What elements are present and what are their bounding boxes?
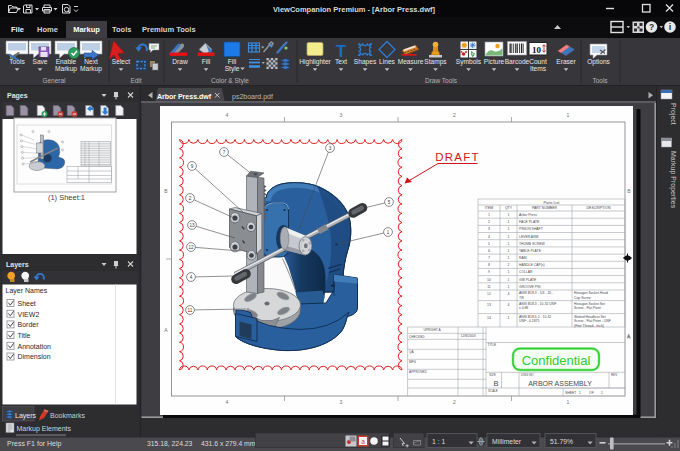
svg-text:4: 4: [190, 275, 193, 280]
svg-text:11: 11: [487, 285, 491, 289]
svg-text:12/8/2003: 12/8/2003: [461, 334, 476, 338]
svg-text:Title: Title: [18, 332, 31, 339]
svg-text:2: 2: [508, 263, 510, 267]
svg-text:Symbols: Symbols: [456, 58, 482, 66]
svg-text:7/8: 7/8: [519, 296, 524, 300]
svg-text:1: 1: [508, 227, 510, 231]
svg-text:Tools: Tools: [592, 77, 608, 84]
svg-text:Lines: Lines: [379, 58, 395, 65]
svg-text:Text: Text: [335, 58, 347, 65]
svg-text:ITEM: ITEM: [485, 206, 493, 210]
svg-text:Border: Border: [18, 321, 40, 328]
svg-text:10: 10: [487, 278, 491, 282]
svg-text:1: 1: [508, 242, 510, 246]
svg-text:3: 3: [340, 112, 343, 118]
svg-text:Items: Items: [530, 65, 547, 72]
svg-text:SCALE: SCALE: [488, 389, 498, 393]
svg-text:ANSI B18.6.2 - 10-32: ANSI B18.6.2 - 10-32: [519, 315, 551, 319]
svg-text:14: 14: [487, 316, 491, 320]
svg-text:Measure: Measure: [398, 58, 424, 65]
svg-text:QTY: QTY: [505, 206, 513, 210]
svg-text:PINION SHAFT: PINION SHAFT: [519, 227, 543, 231]
svg-text:ViewCompanion Premium - [Arbor: ViewCompanion Premium - [Arbor Press.dwf…: [273, 5, 435, 14]
svg-text:Arbor Press: Arbor Press: [519, 213, 537, 217]
svg-text:Shapes: Shapes: [354, 58, 377, 66]
svg-text:RAM: RAM: [519, 256, 527, 260]
svg-text:B: B: [493, 379, 498, 388]
svg-text:Markup Properties: Markup Properties: [669, 151, 677, 209]
svg-text:Edit: Edit: [130, 77, 141, 84]
svg-text:7: 7: [488, 256, 490, 260]
svg-text:Draw: Draw: [172, 58, 188, 65]
svg-text:SIZE: SIZE: [489, 373, 496, 377]
svg-text:ANSI B18.3 - 1/4 - 20 -: ANSI B18.3 - 1/4 - 20 -: [519, 291, 553, 295]
svg-text:Options: Options: [587, 58, 610, 66]
svg-text:Draw Tools: Draw Tools: [425, 77, 458, 84]
svg-text:4: 4: [226, 399, 229, 405]
svg-text:ps2board.pdf: ps2board.pdf: [232, 93, 273, 101]
svg-text:Style: Style: [225, 65, 240, 73]
svg-text:4: 4: [508, 292, 510, 296]
svg-text:Confidential: Confidential: [522, 353, 591, 368]
svg-text:Save: Save: [32, 58, 47, 65]
svg-text:Hexagon Socket Head: Hexagon Socket Head: [574, 291, 608, 295]
svg-text:TITLE: TITLE: [488, 343, 497, 347]
svg-text:1: 1: [508, 316, 510, 320]
svg-text:HANDLE CAP(s): HANDLE CAP(s): [519, 263, 545, 267]
svg-text:4: 4: [226, 112, 229, 118]
svg-text:CHECKED: CHECKED: [409, 335, 425, 339]
svg-text:Color & Style: Color & Style: [211, 77, 249, 85]
svg-text:1: 1: [508, 278, 510, 282]
svg-text:10: 10: [532, 45, 542, 55]
svg-text:5: 5: [388, 200, 391, 205]
svg-text:1: 1: [567, 112, 570, 118]
svg-text:Enable: Enable: [56, 58, 77, 65]
svg-text:UPRIGHT A: UPRIGHT A: [423, 328, 441, 332]
svg-text:ARBOR ASSEMBLY: ARBOR ASSEMBLY: [528, 380, 592, 387]
svg-text:Press F1 for Help: Press F1 for Help: [7, 440, 62, 448]
svg-text:Highlighter: Highlighter: [299, 58, 331, 66]
svg-text:Layers: Layers: [15, 412, 37, 420]
svg-text:GROOVE PIN: GROOVE PIN: [519, 285, 541, 289]
svg-text:Premium Tools: Premium Tools: [142, 25, 196, 34]
svg-text:13: 13: [189, 223, 195, 228]
svg-text:Count: Count: [529, 58, 547, 65]
svg-text:UNF - 0.1875: UNF - 0.1875: [519, 319, 539, 323]
svg-text:MFG: MFG: [409, 360, 417, 364]
svg-text:GIB PLATE: GIB PLATE: [519, 278, 537, 282]
svg-text:13: 13: [487, 303, 491, 307]
svg-text:REV: REV: [611, 373, 617, 377]
svg-text:1: 1: [508, 270, 510, 274]
svg-text:12: 12: [188, 245, 194, 250]
svg-text:Eraser: Eraser: [556, 58, 576, 65]
svg-text:11: 11: [188, 308, 193, 313]
svg-text:51.79%: 51.79%: [550, 438, 573, 445]
svg-text:Hexagon Socket Set: Hexagon Socket Set: [574, 302, 605, 306]
svg-text:431.6 x 279.4 mm: 431.6 x 279.4 mm: [201, 440, 256, 447]
svg-text:Arbor Press.dwf: Arbor Press.dwf: [157, 93, 212, 100]
svg-text:FACE PLATE: FACE PLATE: [519, 220, 540, 224]
svg-text:APPROVED: APPROVED: [409, 370, 427, 374]
svg-text:SHEET: SHEET: [565, 391, 576, 395]
svg-text:(Fine Thread - Inch): (Fine Thread - Inch): [574, 324, 604, 328]
svg-text:3: 3: [340, 399, 343, 405]
svg-text:LEVER ARM: LEVER ARM: [519, 235, 539, 239]
svg-text:4: 4: [508, 303, 510, 307]
svg-text:DESCRIPTION: DESCRIPTION: [587, 206, 611, 210]
svg-text:TABLE PLATE: TABLE PLATE: [519, 249, 542, 253]
svg-text:Parts List: Parts List: [544, 201, 561, 205]
svg-text:PART NUMBER: PART NUMBER: [532, 206, 558, 210]
svg-text:Next: Next: [84, 58, 98, 65]
svg-text:1: 1: [601, 391, 603, 395]
svg-text:2: 2: [453, 112, 456, 118]
svg-text:Stamps: Stamps: [424, 58, 447, 66]
svg-text:Tools: Tools: [112, 25, 131, 34]
svg-text:Dimension: Dimension: [18, 353, 51, 360]
svg-text:File: File: [11, 25, 24, 34]
svg-text:Bookmarks: Bookmarks: [50, 412, 86, 419]
svg-text:Markup: Markup: [73, 25, 100, 34]
svg-text:Millimeter: Millimeter: [492, 438, 522, 445]
svg-text:Markup: Markup: [55, 65, 77, 73]
svg-text:1: 1: [567, 399, 570, 405]
svg-text:General: General: [42, 77, 66, 84]
